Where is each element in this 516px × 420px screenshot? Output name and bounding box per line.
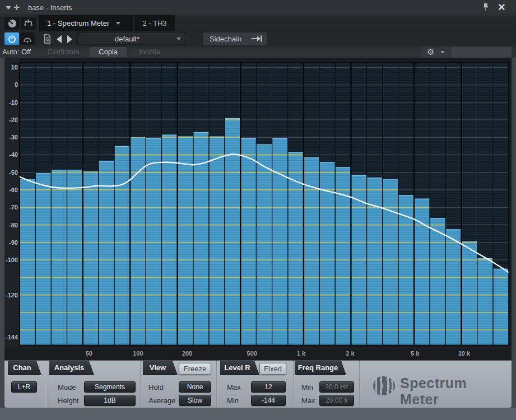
- segment-height-button[interactable]: 1dB: [84, 395, 136, 406]
- preset-list-icon: [43, 34, 52, 44]
- macro-dial-button[interactable]: [20, 32, 35, 45]
- power-icon: [8, 35, 16, 43]
- freq-tick-label: 500: [247, 350, 257, 357]
- title-bar: + base · Inserts ×: [0, 0, 516, 15]
- db-tick-label: -40: [9, 151, 18, 158]
- preset-name: default*: [78, 35, 176, 43]
- preset-dropdown[interactable]: default*: [77, 32, 186, 45]
- hold-label: Hold: [148, 382, 164, 393]
- spectrum-bar: [367, 178, 382, 345]
- hold-button[interactable]: None: [179, 381, 211, 393]
- dial-arc-icon: [22, 35, 32, 43]
- routing-icon: [23, 18, 34, 28]
- spectrum-bar: [52, 170, 67, 345]
- freq-tick-label: 5 k: [411, 350, 420, 357]
- spectrum-bar: [83, 171, 98, 345]
- db-tick-label: 0: [15, 81, 18, 88]
- height-label: Height: [58, 396, 79, 406]
- level-min-value[interactable]: -144: [251, 395, 286, 406]
- db-tick-label: -70: [9, 204, 18, 211]
- spectrum-bar: [210, 137, 225, 345]
- preset-caret-icon: [176, 38, 181, 43]
- db-tick-label: -20: [9, 116, 18, 123]
- preset-menu-button[interactable]: [41, 33, 53, 45]
- paste-button[interactable]: Incolla: [129, 47, 170, 57]
- spectrum-bar: [146, 138, 161, 345]
- analysis-mode-button[interactable]: Segments: [84, 381, 136, 393]
- freeze-button[interactable]: Freeze: [179, 363, 211, 375]
- brand-name: Spectrum Meter: [400, 375, 467, 408]
- freq-tick-label: 2 k: [346, 350, 355, 357]
- freq-max-label: Max: [301, 396, 315, 406]
- settings-caret-icon[interactable]: [440, 51, 445, 56]
- freq-tick-label: 10 k: [458, 350, 471, 357]
- section-tab-view: View: [143, 361, 178, 375]
- db-tick-label: -60: [9, 186, 18, 193]
- spectrum-bar: [67, 170, 82, 345]
- spectrum-bar: [446, 229, 461, 345]
- section-tab-level-r: Level R: [220, 361, 259, 375]
- spectrum-bar: [477, 258, 492, 345]
- brand-line1: Spectrum: [400, 375, 467, 391]
- average-button[interactable]: Slow: [179, 395, 211, 406]
- db-tick-label: -80: [9, 222, 18, 228]
- add-insert-icon[interactable]: +: [13, 0, 20, 15]
- spectrum-bar: [162, 135, 177, 345]
- toolbar-spacer: [452, 46, 512, 58]
- db-tick-label: -50: [9, 169, 18, 176]
- freq-min-label: Min: [301, 382, 313, 393]
- tab-th3[interactable]: 2 - TH3: [134, 15, 175, 31]
- window-title: base · Inserts: [28, 0, 72, 15]
- db-tick-label: -120: [6, 292, 18, 298]
- bypass-knob-button[interactable]: [4, 17, 20, 30]
- spectrum-bar: [99, 161, 114, 345]
- previous-preset-button[interactable]: [57, 35, 62, 43]
- section-divider: [45, 361, 45, 408]
- section-divider: [293, 361, 294, 408]
- close-icon[interactable]: ×: [498, 0, 505, 15]
- freq-max-value[interactable]: 20.00 k: [319, 395, 354, 406]
- spectrum-bar: [178, 137, 193, 345]
- routing-button[interactable]: [21, 17, 36, 30]
- tab-spectrum-meter[interactable]: 1 - Spectrum Meter: [39, 15, 133, 31]
- sidechain-label: Sidechain: [210, 35, 251, 43]
- sidechain-button[interactable]: Sidechain: [203, 32, 267, 45]
- tab-th3-label: 2 - TH3: [142, 19, 166, 27]
- auto-mode-label[interactable]: Auto: Off: [2, 46, 31, 58]
- spectrum-bar: [493, 269, 508, 345]
- db-tick-label: -90: [9, 239, 18, 246]
- gear-icon[interactable]: ⚙: [427, 46, 434, 58]
- pin-icon[interactable]: [482, 3, 490, 15]
- compare-button[interactable]: Confronta: [39, 47, 87, 57]
- freq-min-value[interactable]: 20.0 Hz: [319, 381, 354, 393]
- fixed-button[interactable]: Fixed: [259, 363, 286, 375]
- plugin-tab-bar: 1 - Spectrum Meter 2 - TH3: [0, 15, 516, 31]
- copy-button[interactable]: Copia: [90, 47, 127, 57]
- channel-mode-button[interactable]: L+R: [11, 381, 37, 393]
- window-menu-caret-icon[interactable]: [6, 6, 11, 12]
- tab-dropdown-caret-icon: [116, 22, 120, 27]
- section-divider: [359, 361, 360, 408]
- next-preset-button[interactable]: [67, 35, 72, 43]
- section-tab-freq-range: Freq Range: [295, 361, 346, 375]
- spectrum-bar: [20, 179, 35, 345]
- level-min-label: Min: [227, 396, 239, 406]
- freq-tick-label: 1 k: [297, 350, 306, 357]
- level-max-value[interactable]: 12: [251, 381, 286, 393]
- brand-line2: Meter: [400, 391, 467, 408]
- db-tick-label: -30: [9, 134, 18, 141]
- power-button[interactable]: [4, 32, 19, 45]
- db-tick-label: -100: [6, 256, 18, 263]
- tab-spectrum-meter-label: 1 - Spectrum Meter: [47, 19, 109, 27]
- spectrum-display: 100-10-20-30-40-50-60-70-80-90-100-120-1…: [4, 58, 512, 360]
- spectrum-bar: [225, 118, 240, 345]
- section-divider: [140, 361, 141, 408]
- freq-tick-label: 200: [182, 350, 192, 357]
- spectrum-bar: [257, 144, 272, 345]
- presonus-logo-icon: [373, 376, 397, 395]
- sidechain-input-icon: [251, 35, 262, 42]
- spectrum-bar: [36, 173, 51, 345]
- level-max-label: Max: [227, 382, 241, 393]
- spectrum-bar: [241, 138, 256, 345]
- plugin-window: + base · Inserts × 1 - Spectrum Meter: [0, 0, 516, 420]
